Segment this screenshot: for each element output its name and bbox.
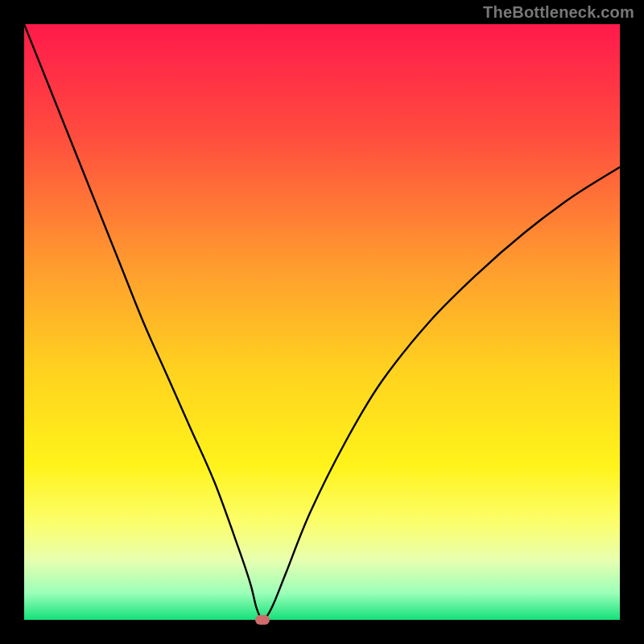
minimum-marker	[255, 615, 270, 625]
curve-layer	[24, 24, 620, 620]
watermark-text: TheBottleneck.com	[483, 3, 634, 22]
bottleneck-curve	[24, 24, 620, 620]
chart-stage: TheBottleneck.com	[0, 0, 644, 644]
plot-area	[24, 24, 620, 620]
